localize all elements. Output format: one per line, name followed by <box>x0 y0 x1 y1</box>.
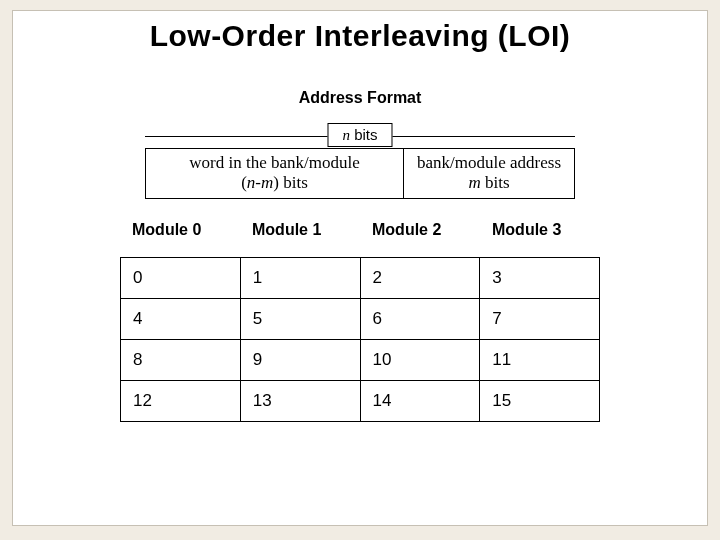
table-row: 0 1 2 3 <box>121 258 600 299</box>
modules-block: Module 0 Module 1 Module 2 Module 3 0 1 … <box>120 221 600 422</box>
field-bank-line2: m bits <box>410 173 568 193</box>
module-header: Module 3 <box>480 221 600 239</box>
cell: 4 <box>121 299 241 340</box>
cell: 6 <box>361 299 481 340</box>
address-fields: word in the bank/module (n-m) bits bank/… <box>145 148 575 199</box>
cell: 5 <box>241 299 361 340</box>
field-bank: bank/module address m bits <box>403 148 575 199</box>
table-row: 8 9 10 11 <box>121 340 600 381</box>
field-bank-line1: bank/module address <box>410 153 568 173</box>
module-header: Module 2 <box>360 221 480 239</box>
cell: 0 <box>121 258 241 299</box>
field-word-line1: word in the bank/module <box>152 153 397 173</box>
cell: 14 <box>361 381 481 422</box>
cell: 10 <box>361 340 481 381</box>
cell: 13 <box>241 381 361 422</box>
module-headers: Module 0 Module 1 Module 2 Module 3 <box>120 221 600 239</box>
table-row: 12 13 14 15 <box>121 381 600 422</box>
module-header: Module 1 <box>240 221 360 239</box>
slide-inner: Low-Order Interleaving (LOI) Address For… <box>12 10 708 526</box>
n-bits-span: n bits <box>145 123 575 149</box>
page-title: Low-Order Interleaving (LOI) <box>150 19 571 53</box>
cell: 3 <box>480 258 600 299</box>
slide: Low-Order Interleaving (LOI) Address For… <box>0 0 720 540</box>
cell: 7 <box>480 299 600 340</box>
cell: 8 <box>121 340 241 381</box>
cell: 11 <box>480 340 600 381</box>
module-header: Module 0 <box>120 221 240 239</box>
cell: 2 <box>361 258 481 299</box>
address-grid: 0 1 2 3 4 5 6 7 8 9 10 11 <box>120 257 600 422</box>
bits-text: bits <box>350 126 378 143</box>
cell: 12 <box>121 381 241 422</box>
n-italic: n <box>342 127 350 143</box>
field-word-line2: (n-m) bits <box>152 173 397 193</box>
table-row: 4 5 6 7 <box>121 299 600 340</box>
cell: 15 <box>480 381 600 422</box>
cell: 9 <box>241 340 361 381</box>
n-bits-box: n bits <box>327 123 392 147</box>
cell: 1 <box>241 258 361 299</box>
address-format-label: Address Format <box>299 89 422 107</box>
field-word: word in the bank/module (n-m) bits <box>145 148 403 199</box>
